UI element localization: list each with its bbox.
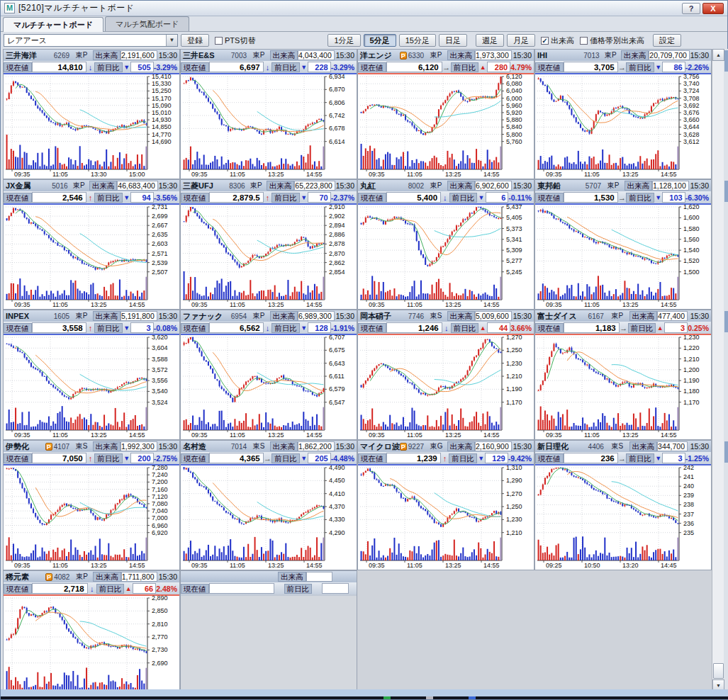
- volume-value: 6,902,600: [475, 181, 512, 191]
- stock-name[interactable]: 東邦鉛: [535, 181, 577, 191]
- stock-name[interactable]: JX金属: [4, 181, 43, 191]
- candlestick-chart[interactable]: 2,8902,8502,8102,7702,7302,69009:3511:05…: [4, 596, 179, 691]
- candlestick-chart[interactable]: 6,9346,8706,8066,7426,6786,61409:3511:05…: [181, 74, 357, 179]
- checkbox-icon[interactable]: [215, 37, 223, 45]
- stock-name[interactable]: IHI: [535, 51, 575, 60]
- current-price-value: 6,562: [209, 322, 264, 333]
- close-button[interactable]: X: [702, 3, 724, 14]
- change-percent: -1.25%: [685, 454, 711, 463]
- stock-name[interactable]: 洋エンジ: [358, 50, 400, 61]
- scrollbar-thumb[interactable]: [713, 663, 724, 679]
- svg-text:14:55: 14:55: [306, 562, 323, 569]
- help-button[interactable]: ?: [682, 3, 700, 14]
- stock-name[interactable]: 丸紅: [358, 181, 400, 191]
- volume-value: 2,191,600: [121, 50, 157, 60]
- period-weekly-button[interactable]: 週足: [476, 34, 504, 47]
- stock-name[interactable]: 岡本硝子: [358, 311, 400, 322]
- vertical-scrollbar[interactable]: ▲ ▼: [712, 49, 724, 691]
- volume-value: 65,223,800: [294, 181, 335, 191]
- clipped-column-sliver: [724, 49, 728, 691]
- stock-name[interactable]: 三菱UFJ: [181, 181, 220, 191]
- candlestick-chart[interactable]: 1,3101,2901,2701,2501,2301,21009:3511:05…: [358, 465, 534, 570]
- candlestick-chart[interactable]: 6,7076,6756,6436,6116,5796,54709:3511:05…: [181, 335, 357, 439]
- pts-toggle[interactable]: PTS切替: [215, 35, 255, 46]
- svg-text:13:25: 13:25: [445, 431, 461, 439]
- title-bar[interactable]: M [5210]マルチチャートボード ? X: [1, 1, 727, 16]
- change-percent: -0.08%: [154, 324, 179, 332]
- settings-button[interactable]: 設定: [653, 34, 681, 47]
- price-direction-arrow: →: [264, 454, 272, 463]
- svg-text:11:05: 11:05: [230, 171, 245, 178]
- volume-toggle[interactable]: ✓ 出来高: [541, 35, 574, 46]
- register-button[interactable]: 登録: [181, 34, 209, 47]
- svg-text:3,588: 3,588: [152, 356, 168, 363]
- checkbox-icon[interactable]: [580, 37, 588, 45]
- stock-name[interactable]: 富士ダイス: [535, 311, 579, 322]
- svg-text:1,220: 1,220: [683, 344, 700, 351]
- stock-name[interactable]: 稀元素: [4, 572, 45, 582]
- candlestick-chart[interactable]: [181, 596, 357, 691]
- chart-panel: 新日理化 P 4406 東S 出来高 344,700 15:30 現在値 236…: [534, 440, 712, 570]
- svg-text:3,644: 3,644: [683, 123, 700, 130]
- svg-text:13:25: 13:25: [91, 562, 107, 569]
- stock-name[interactable]: 三井E&S: [181, 50, 223, 61]
- svg-text:11:05: 11:05: [52, 171, 68, 178]
- scroll-up-icon[interactable]: ▲: [712, 49, 724, 61]
- candlestick-chart[interactable]: 4,4904,4504,4104,3704,3304,29009:3511:05…: [181, 465, 357, 570]
- svg-text:2,603: 2,603: [152, 240, 168, 247]
- stock-code: 4107: [54, 443, 76, 451]
- market-label: 東S: [611, 441, 629, 451]
- price-band-volume-toggle[interactable]: 価格帯別出来高: [580, 35, 644, 46]
- svg-text:2,862: 2,862: [329, 259, 345, 266]
- symbol-group-select[interactable]: レアアース ▼: [4, 34, 178, 47]
- candlestick-chart[interactable]: 3,6203,6043,5883,5723,5563,5403,52409:35…: [4, 335, 179, 439]
- candlestick-chart[interactable]: 24224124023923823723623509:2510:5013:201…: [535, 465, 711, 570]
- stock-name[interactable]: ファナック: [181, 311, 223, 322]
- svg-text:14:55: 14:55: [483, 301, 500, 308]
- price-direction-arrow: ↑: [264, 193, 272, 202]
- candlestick-chart[interactable]: 15,41015,33015,25015,17015,09015,01014,9…: [4, 74, 179, 179]
- stock-name[interactable]: 名村造: [181, 441, 223, 452]
- change-percent: 4.79%: [510, 63, 534, 72]
- candlestick-chart[interactable]: 3,7563,7403,7243,7083,6923,6763,6603,644…: [535, 74, 711, 179]
- stock-name[interactable]: 新日理化: [535, 441, 579, 452]
- candlestick-chart[interactable]: 2,9102,9022,8942,8862,8782,8702,8622,854…: [181, 205, 357, 309]
- volume-label: 出来高: [89, 181, 118, 191]
- change-triangle-icon: ▲: [478, 324, 487, 332]
- multi-chart-board-window: M [5210]マルチチャートボード ? X マルチチャートボード マルチ気配ボ…: [0, 0, 728, 700]
- stock-name[interactable]: マイクロ波: [358, 441, 400, 452]
- stock-name[interactable]: 伊勢化: [4, 441, 45, 452]
- change-percent: -0.11%: [508, 193, 534, 202]
- checkbox-checked-icon[interactable]: ✓: [541, 37, 549, 45]
- stock-name[interactable]: INPEX: [4, 312, 45, 320]
- period-15min-button[interactable]: 15分足: [399, 34, 436, 47]
- period-monthly-button[interactable]: 月足: [507, 34, 535, 47]
- svg-text:1,270: 1,270: [506, 490, 522, 497]
- period-1min-button[interactable]: 1分足: [327, 34, 360, 47]
- current-price-value: 1,246: [386, 322, 442, 333]
- candlestick-chart[interactable]: 1,2301,2201,2101,2001,1901,1801,17009:35…: [535, 335, 711, 439]
- app-icon: M: [4, 3, 15, 13]
- change-value: 3: [662, 453, 685, 463]
- candlestick-chart[interactable]: 6,1206,0806,0406,0005,9605,9205,8805,840…: [358, 74, 534, 179]
- svg-text:14:55: 14:55: [306, 431, 323, 439]
- svg-text:7,160: 7,160: [152, 486, 168, 493]
- change-value: 505: [130, 62, 153, 72]
- current-price-label: 現在値: [4, 62, 32, 72]
- period-daily-button[interactable]: 日足: [439, 34, 467, 47]
- candlestick-chart[interactable]: 5,4375,4055,3735,3415,3095,2775,24509:35…: [358, 205, 534, 309]
- chevron-down-icon[interactable]: ▼: [166, 35, 177, 46]
- svg-text:6,611: 6,611: [329, 373, 345, 380]
- stock-name[interactable]: 三井海洋: [4, 50, 45, 61]
- change-percent: -3.29%: [331, 63, 357, 72]
- candlestick-chart[interactable]: 7,2807,2407,2007,1607,1207,0807,0407,000…: [4, 465, 179, 570]
- svg-text:15,330: 15,330: [152, 80, 172, 87]
- candlestick-chart[interactable]: 1,6201,6001,5801,5601,5401,5201,50009:35…: [535, 205, 711, 309]
- period-5min-button[interactable]: 5分足: [364, 34, 396, 47]
- candlestick-chart[interactable]: 2,7312,6992,6672,6352,6032,5712,5392,507…: [4, 205, 179, 309]
- candlestick-chart[interactable]: 1,2701,2501,2301,2101,1901,17009:3511:05…: [358, 335, 534, 439]
- tab-multi-quote-board[interactable]: マルチ気配ボード: [105, 16, 189, 31]
- panel-header-row1: IHI P 7013 東P 出来高 20,709,700 15:30: [535, 50, 711, 61]
- tab-multi-chart-board[interactable]: マルチチャートボード: [3, 17, 103, 32]
- panel-header-row2: 現在値 6,697 ↓ 前日比 ▼ 228 -3.29%: [181, 61, 357, 73]
